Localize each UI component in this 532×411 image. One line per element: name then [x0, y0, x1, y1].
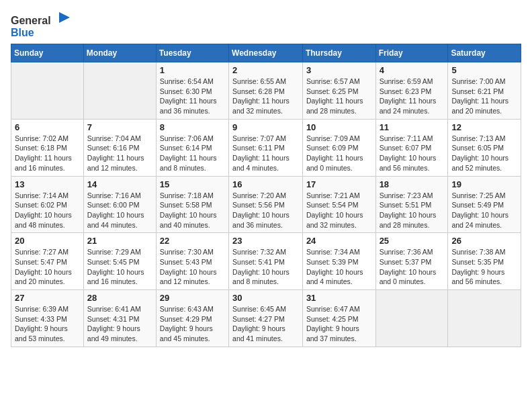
cell-info: Sunrise: 7:32 AMSunset: 5:41 PMDaylight:…: [232, 247, 299, 287]
day-number: 21: [87, 236, 152, 246]
calendar-week-3: 13Sunrise: 7:14 AMSunset: 6:02 PMDayligh…: [11, 176, 521, 233]
day-number: 10: [306, 122, 372, 132]
calendar-cell: [375, 290, 448, 347]
cell-info: Sunrise: 7:00 AMSunset: 6:21 PMDaylight:…: [451, 77, 517, 116]
day-number: 28: [87, 293, 152, 303]
day-number: 3: [306, 65, 372, 75]
cell-info: Sunrise: 7:29 AMSunset: 5:45 PMDaylight:…: [87, 247, 152, 287]
day-number: 5: [451, 65, 517, 75]
day-number: 31: [306, 293, 372, 303]
calendar-cell: 21Sunrise: 7:29 AMSunset: 5:45 PMDayligh…: [83, 233, 156, 290]
calendar-cell: 13Sunrise: 7:14 AMSunset: 6:02 PMDayligh…: [11, 176, 84, 233]
calendar-cell: [11, 62, 84, 120]
calendar-week-4: 20Sunrise: 7:27 AMSunset: 5:47 PMDayligh…: [11, 233, 521, 290]
day-number: 12: [451, 122, 517, 132]
weekday-header-saturday: Saturday: [448, 44, 521, 62]
weekday-header-monday: Monday: [83, 44, 156, 62]
day-number: 23: [232, 236, 299, 246]
day-number: 20: [15, 236, 80, 246]
cell-info: Sunrise: 7:09 AMSunset: 6:09 PMDaylight:…: [306, 134, 372, 173]
day-number: 9: [232, 122, 299, 132]
calendar-cell: 18Sunrise: 7:23 AMSunset: 5:51 PMDayligh…: [375, 176, 448, 233]
calendar-cell: 3Sunrise: 6:57 AMSunset: 6:25 PMDaylight…: [302, 62, 375, 120]
calendar-cell: 9Sunrise: 7:07 AMSunset: 6:11 PMDaylight…: [229, 119, 303, 176]
day-number: 24: [306, 236, 372, 246]
cell-info: Sunrise: 7:06 AMSunset: 6:14 PMDaylight:…: [160, 134, 225, 173]
day-number: 27: [15, 293, 80, 303]
cell-info: Sunrise: 7:30 AMSunset: 5:43 PMDaylight:…: [160, 247, 225, 287]
calendar-cell: 30Sunrise: 6:45 AMSunset: 4:27 PMDayligh…: [229, 290, 303, 347]
day-number: 29: [160, 293, 225, 303]
cell-info: Sunrise: 7:18 AMSunset: 5:58 PMDaylight:…: [160, 191, 225, 230]
cell-info: Sunrise: 6:54 AMSunset: 6:30 PMDaylight:…: [160, 77, 225, 116]
cell-info: Sunrise: 7:27 AMSunset: 5:47 PMDaylight:…: [15, 247, 80, 287]
cell-info: Sunrise: 7:14 AMSunset: 6:02 PMDaylight:…: [15, 191, 80, 230]
day-number: 7: [87, 122, 152, 132]
cell-info: Sunrise: 6:45 AMSunset: 4:27 PMDaylight:…: [232, 304, 299, 344]
cell-info: Sunrise: 7:38 AMSunset: 5:35 PMDaylight:…: [451, 247, 517, 287]
day-number: 8: [160, 122, 225, 132]
calendar-cell: 16Sunrise: 7:20 AMSunset: 5:56 PMDayligh…: [229, 176, 303, 233]
calendar-cell: 6Sunrise: 7:02 AMSunset: 6:18 PMDaylight…: [11, 119, 84, 176]
cell-info: Sunrise: 7:23 AMSunset: 5:51 PMDaylight:…: [380, 191, 445, 230]
cell-info: Sunrise: 7:36 AMSunset: 5:37 PMDaylight:…: [380, 247, 445, 287]
cell-info: Sunrise: 6:41 AMSunset: 4:31 PMDaylight:…: [87, 304, 152, 344]
calendar-cell: 24Sunrise: 7:34 AMSunset: 5:39 PMDayligh…: [302, 233, 375, 290]
cell-info: Sunrise: 7:11 AMSunset: 6:07 PMDaylight:…: [380, 134, 445, 173]
calendar-cell: 25Sunrise: 7:36 AMSunset: 5:37 PMDayligh…: [375, 233, 448, 290]
calendar-cell: [83, 62, 156, 120]
calendar-cell: 22Sunrise: 7:30 AMSunset: 5:43 PMDayligh…: [156, 233, 228, 290]
calendar-cell: [448, 290, 521, 347]
calendar-cell: 8Sunrise: 7:06 AMSunset: 6:14 PMDaylight…: [156, 119, 228, 176]
calendar-cell: 14Sunrise: 7:16 AMSunset: 6:00 PMDayligh…: [83, 176, 156, 233]
calendar-cell: 10Sunrise: 7:09 AMSunset: 6:09 PMDayligh…: [302, 119, 375, 176]
calendar-cell: 7Sunrise: 7:04 AMSunset: 6:16 PMDaylight…: [83, 119, 156, 176]
day-number: 14: [87, 179, 152, 189]
cell-info: Sunrise: 7:02 AMSunset: 6:18 PMDaylight:…: [15, 134, 80, 173]
calendar-body: 1Sunrise: 6:54 AMSunset: 6:30 PMDaylight…: [11, 62, 521, 347]
day-number: 18: [380, 179, 445, 189]
calendar-cell: 11Sunrise: 7:11 AMSunset: 6:07 PMDayligh…: [375, 119, 448, 176]
cell-info: Sunrise: 6:57 AMSunset: 6:25 PMDaylight:…: [306, 77, 372, 116]
day-number: 1: [160, 65, 225, 75]
calendar-cell: 1Sunrise: 6:54 AMSunset: 6:30 PMDaylight…: [156, 62, 228, 120]
calendar-cell: 28Sunrise: 6:41 AMSunset: 4:31 PMDayligh…: [83, 290, 156, 347]
cell-info: Sunrise: 7:20 AMSunset: 5:56 PMDaylight:…: [232, 191, 299, 230]
cell-info: Sunrise: 7:34 AMSunset: 5:39 PMDaylight:…: [306, 247, 372, 287]
calendar-table: SundayMondayTuesdayWednesdayThursdayFrid…: [11, 44, 521, 347]
calendar-cell: 5Sunrise: 7:00 AMSunset: 6:21 PMDaylight…: [448, 62, 521, 120]
calendar-cell: 15Sunrise: 7:18 AMSunset: 5:58 PMDayligh…: [156, 176, 228, 233]
weekday-row: SundayMondayTuesdayWednesdayThursdayFrid…: [11, 44, 521, 62]
calendar-week-5: 27Sunrise: 6:39 AMSunset: 4:33 PMDayligh…: [11, 290, 521, 347]
weekday-header-friday: Friday: [375, 44, 448, 62]
cell-info: Sunrise: 6:47 AMSunset: 4:25 PMDaylight:…: [306, 304, 372, 344]
day-number: 16: [232, 179, 299, 189]
weekday-header-tuesday: Tuesday: [156, 44, 228, 62]
calendar-header: SundayMondayTuesdayWednesdayThursdayFrid…: [11, 44, 521, 62]
calendar-cell: 27Sunrise: 6:39 AMSunset: 4:33 PMDayligh…: [11, 290, 84, 347]
day-number: 26: [451, 236, 517, 246]
calendar-cell: 31Sunrise: 6:47 AMSunset: 4:25 PMDayligh…: [302, 290, 375, 347]
logo-svg: GeneralBlue: [11, 11, 71, 41]
day-number: 19: [451, 179, 517, 189]
svg-text:General: General: [11, 15, 51, 26]
cell-info: Sunrise: 6:43 AMSunset: 4:29 PMDaylight:…: [160, 304, 225, 344]
logo: GeneralBlue: [11, 11, 71, 41]
calendar-week-2: 6Sunrise: 7:02 AMSunset: 6:18 PMDaylight…: [11, 119, 521, 176]
calendar-cell: 19Sunrise: 7:25 AMSunset: 5:49 PMDayligh…: [448, 176, 521, 233]
day-number: 13: [15, 179, 80, 189]
calendar-cell: 4Sunrise: 6:59 AMSunset: 6:23 PMDaylight…: [375, 62, 448, 120]
cell-info: Sunrise: 6:55 AMSunset: 6:28 PMDaylight:…: [232, 77, 299, 116]
cell-info: Sunrise: 7:16 AMSunset: 6:00 PMDaylight:…: [87, 191, 152, 230]
svg-text:Blue: Blue: [11, 27, 34, 38]
calendar-week-1: 1Sunrise: 6:54 AMSunset: 6:30 PMDaylight…: [11, 62, 521, 120]
calendar-cell: 17Sunrise: 7:21 AMSunset: 5:54 PMDayligh…: [302, 176, 375, 233]
cell-info: Sunrise: 7:04 AMSunset: 6:16 PMDaylight:…: [87, 134, 152, 173]
calendar-cell: 12Sunrise: 7:13 AMSunset: 6:05 PMDayligh…: [448, 119, 521, 176]
day-number: 22: [160, 236, 225, 246]
day-number: 6: [15, 122, 80, 132]
calendar-cell: 23Sunrise: 7:32 AMSunset: 5:41 PMDayligh…: [229, 233, 303, 290]
weekday-header-sunday: Sunday: [11, 44, 84, 62]
calendar-cell: 26Sunrise: 7:38 AMSunset: 5:35 PMDayligh…: [448, 233, 521, 290]
cell-info: Sunrise: 7:13 AMSunset: 6:05 PMDaylight:…: [451, 134, 517, 173]
